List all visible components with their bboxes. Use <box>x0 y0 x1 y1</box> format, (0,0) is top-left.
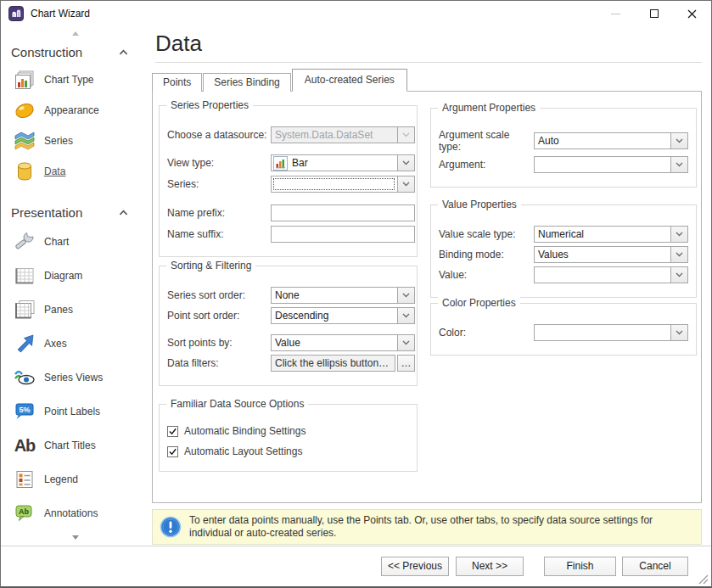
chevron-down-icon[interactable] <box>670 247 687 262</box>
automatic-binding-settings-checkbox[interactable] <box>167 426 178 437</box>
chevron-down-icon[interactable] <box>670 157 687 172</box>
sidebar-item-annotations[interactable]: Ab Annotations <box>1 496 150 530</box>
checkbox-label: Automatic Layout Settings <box>184 445 302 457</box>
datasource-value: System.Data.DataSet <box>272 129 397 141</box>
group-argument-properties: Argument Properties Argument scale type:… <box>430 108 697 188</box>
sidebar-item-data[interactable]: Data <box>1 156 150 187</box>
previous-button[interactable]: << Previous <box>381 557 449 576</box>
resize-grip-icon[interactable] <box>697 573 709 585</box>
value-label: Value: <box>439 269 534 281</box>
value-scale-type-value: Numerical <box>535 228 670 240</box>
chevron-down-icon[interactable] <box>397 155 414 171</box>
chevron-up-icon <box>119 49 128 55</box>
sort-points-by-value: Value <box>272 337 397 349</box>
tab-strip: Points Series Binding Auto-created Serie… <box>152 68 711 91</box>
title-bar: Chart Wizard <box>1 1 711 26</box>
data-filters-field: Click the ellipsis button… <box>271 355 395 372</box>
sidebar-item-appearance[interactable]: Appearance <box>1 95 150 126</box>
group-sorting-filtering: Sorting & Filtering Series sort order: N… <box>159 266 418 386</box>
automatic-layout-settings-row[interactable]: Automatic Layout Settings <box>167 445 409 457</box>
footer-button-bar: << Previous Next >> Finish Cancel <box>1 546 711 586</box>
chevron-down-icon[interactable] <box>670 325 687 340</box>
sidebar-scroll-up[interactable] <box>1 26 150 40</box>
checkmark-icon <box>168 427 177 436</box>
argument-combo[interactable] <box>534 156 688 173</box>
chevron-down-icon[interactable] <box>670 267 687 283</box>
wizard-page: Data Points Series Binding Auto-created … <box>150 26 711 546</box>
tab-points[interactable]: Points <box>152 73 202 92</box>
sidebar-item-series-views[interactable]: Series Views <box>1 361 150 395</box>
sidebar-item-label: Series <box>44 135 73 147</box>
chevron-down-icon[interactable] <box>670 227 687 242</box>
value-combo[interactable] <box>534 266 688 283</box>
sidebar-item-point-labels[interactable]: 5% Point Labels <box>1 395 150 428</box>
point-sort-order-value: Descending <box>272 310 397 322</box>
color-combo[interactable] <box>534 324 688 341</box>
binding-mode-label: Binding mode: <box>439 249 534 260</box>
sidebar-item-label: Panes <box>44 304 73 316</box>
sort-points-by-combo[interactable]: Value <box>271 334 415 351</box>
sidebar-item-chart-titles[interactable]: Ab Chart Titles <box>1 428 150 462</box>
name-suffix-input[interactable] <box>271 226 415 243</box>
argument-scale-type-value: Auto <box>535 135 670 147</box>
sidebar-item-chart[interactable]: Chart <box>1 225 150 259</box>
point-sort-order-combo[interactable]: Descending <box>271 307 415 324</box>
info-text: To enter data points manually, use the P… <box>189 514 692 540</box>
minimize-button <box>597 1 635 26</box>
chevron-down-icon[interactable] <box>670 133 687 148</box>
sidebar-item-legend[interactable]: Legend <box>1 462 150 496</box>
sidebar-item-axes[interactable]: Axes <box>1 327 150 361</box>
maximize-button[interactable] <box>635 1 673 26</box>
chevron-down-icon[interactable] <box>397 335 414 350</box>
checkmark-icon <box>168 447 177 456</box>
series-combo[interactable] <box>271 176 415 193</box>
sidebar-item-diagram[interactable]: Diagram <box>1 259 150 293</box>
sidebar-item-series[interactable]: Series <box>1 126 150 156</box>
tab-series-binding[interactable]: Series Binding <box>203 73 290 92</box>
argument-scale-type-label: Argument scale type: <box>439 129 534 153</box>
sidebar-item-label: Diagram <box>44 270 82 282</box>
tab-auto-created-series[interactable]: Auto-created Series <box>292 69 407 92</box>
section-header-presentation[interactable]: Presentation <box>1 200 150 225</box>
binding-mode-combo[interactable]: Values <box>534 246 688 263</box>
tab-page-auto-created-series: Series Properties Choose a datasource: S… <box>152 91 702 503</box>
section-header-construction[interactable]: Construction <box>1 40 150 64</box>
section-label: Presentation <box>11 205 82 220</box>
next-button[interactable]: Next >> <box>456 557 524 576</box>
sidebar-item-label: Legend <box>44 473 78 485</box>
name-prefix-input[interactable] <box>271 204 415 221</box>
sidebar-item-label: Chart <box>44 236 69 248</box>
data-filters-label: Data filters: <box>167 357 271 369</box>
view-type-combo[interactable]: Bar <box>271 154 415 171</box>
cancel-button[interactable]: Cancel <box>622 557 688 576</box>
ellipsis-button[interactable]: … <box>397 355 415 372</box>
chart-wizard-dialog: Chart Wizard Construction <box>0 0 712 588</box>
group-color-properties: Color Properties Color: <box>430 303 697 356</box>
group-title: Familiar Data Source Options <box>166 398 308 410</box>
group-title: Value Properties <box>438 199 521 210</box>
scroll-up-icon <box>72 31 79 36</box>
sidebar-item-panes[interactable]: Panes <box>1 293 150 327</box>
chevron-down-icon[interactable] <box>397 288 414 303</box>
point-labels-icon: 5% <box>12 400 37 423</box>
close-button[interactable] <box>673 1 711 26</box>
argument-label: Argument: <box>439 159 534 171</box>
data-icon <box>12 160 37 182</box>
automatic-binding-settings-row[interactable]: Automatic Binding Settings <box>167 425 409 437</box>
group-title: Color Properties <box>438 297 520 309</box>
series-sort-order-value: None <box>272 289 397 301</box>
sidebar-scroll-down[interactable] <box>1 530 150 544</box>
sidebar-item-chart-type[interactable]: Chart Type <box>1 64 150 95</box>
series-sort-order-combo[interactable]: None <box>271 287 415 304</box>
chevron-down-icon[interactable] <box>397 176 414 192</box>
value-scale-type-combo[interactable]: Numerical <box>534 226 688 243</box>
info-icon <box>160 516 182 538</box>
chevron-down-icon[interactable] <box>397 308 414 323</box>
color-label: Color: <box>439 327 534 339</box>
series-views-eye-icon <box>12 367 37 389</box>
finish-button[interactable]: Finish <box>544 557 616 576</box>
argument-scale-type-combo[interactable]: Auto <box>534 132 688 149</box>
chart-type-icon <box>12 69 37 91</box>
sidebar-item-label: Chart Titles <box>44 440 96 451</box>
automatic-layout-settings-checkbox[interactable] <box>167 446 178 457</box>
